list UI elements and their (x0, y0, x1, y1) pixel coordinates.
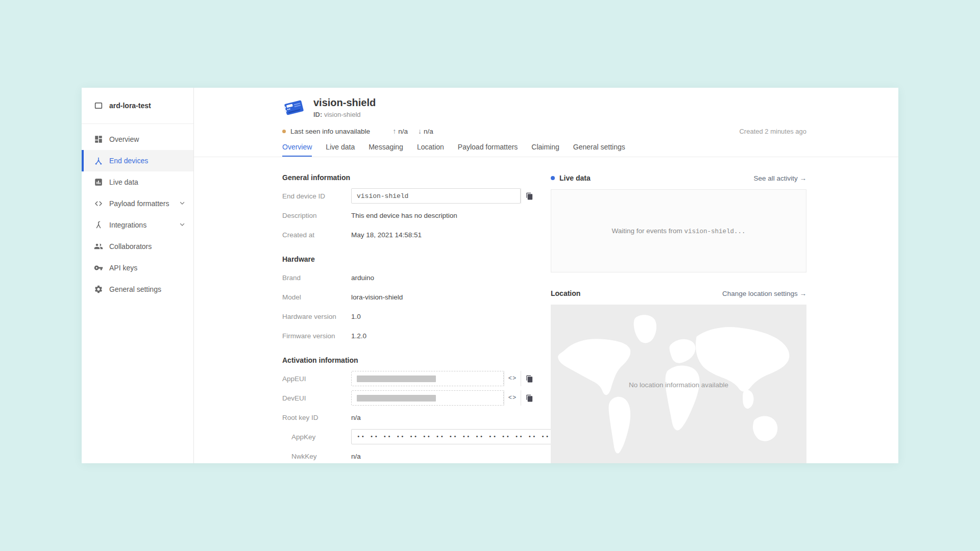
location-header: Location Change location settings → (551, 289, 806, 298)
copy-button[interactable] (521, 390, 537, 406)
sidebar-item-label: Live data (109, 178, 138, 186)
brand-value: arduino (351, 274, 374, 282)
byte-format-toggle-button[interactable]: <> (504, 390, 521, 406)
waiting-device-name: vision-shield... (684, 228, 746, 235)
hidden-value-block (357, 375, 436, 382)
device-status-row: Last seen info unavailable ↑n/a ↓n/a Cre… (282, 127, 806, 135)
sidebar-item-label: API keys (109, 264, 137, 272)
field-label: Created at (282, 231, 351, 239)
sidebar-item-label: Collaborators (109, 242, 152, 251)
device-info-column: General information End device ID Descri… (282, 173, 537, 463)
general-information-title: General information (282, 173, 537, 182)
end-devices-icon (94, 156, 103, 165)
dev-eui-hidden-field[interactable] (351, 390, 504, 406)
tab-general-settings[interactable]: General settings (573, 143, 625, 157)
copy-button[interactable] (521, 188, 537, 204)
nwk-key-value: n/a (351, 453, 361, 460)
downlink-counter: ↓n/a (418, 127, 433, 135)
sidebar-item-api-keys[interactable]: API keys (82, 257, 193, 279)
sidebar-item-general-settings[interactable]: General settings (82, 279, 193, 300)
sidebar-item-collaborators[interactable]: Collaborators (82, 236, 193, 257)
code-icon (94, 199, 103, 208)
hardware-title: Hardware (282, 255, 537, 263)
firmware-version-value: 1.2.0 (351, 332, 366, 340)
device-board-icon (282, 97, 306, 117)
dashboard-icon (94, 135, 103, 144)
sidebar-item-live-data[interactable]: Live data (82, 171, 193, 193)
waiting-for-events-text: Waiting for events from vision-shield... (611, 227, 745, 235)
device-id-line: ID: vision-shield (313, 111, 376, 118)
created-ago-text: Created 2 minutes ago (739, 128, 806, 135)
hidden-value-block (357, 395, 436, 402)
see-all-activity-link[interactable]: See all activity → (753, 174, 806, 182)
sidebar-item-label: General settings (109, 285, 161, 293)
chevron-down-icon (179, 221, 185, 229)
activation-information-title: Activation information (282, 356, 537, 364)
sidebar-app-name[interactable]: ard-lora-test (82, 88, 193, 124)
sidebar-item-label: Payload formatters (109, 199, 169, 208)
byte-format-toggle-button[interactable]: <> (504, 371, 521, 386)
location-map[interactable]: No location information available (551, 305, 806, 463)
field-label: Firmware version (282, 332, 351, 340)
end-device-id-row: End device ID (282, 188, 537, 204)
model-value: lora-vision-shield (351, 293, 403, 301)
brand-row: Brand arduino (282, 270, 537, 285)
sidebar-item-label: End devices (109, 157, 148, 165)
sidebar-item-payload-formatters[interactable]: Payload formatters (82, 193, 193, 214)
app-key-row: AppKey •• •• •• •• •• •• •• •• •• •• •• … (282, 429, 537, 444)
tab-claiming[interactable]: Claiming (531, 143, 559, 157)
field-label: Root key ID (282, 414, 351, 421)
root-key-id-row: Root key ID n/a (282, 410, 537, 425)
sidebar-nav: Overview End devices Live data (82, 124, 193, 300)
field-label: Model (282, 293, 351, 301)
status-dot (282, 130, 286, 133)
tab-bar: Overview Live data Messaging Location Pa… (194, 143, 898, 157)
created-at-value: May 18, 2021 14:58:51 (351, 231, 422, 239)
sidebar-item-label: Integrations (109, 221, 146, 229)
page-title: vision-shield (313, 97, 376, 109)
tab-location[interactable]: Location (417, 143, 444, 157)
change-location-settings-link[interactable]: Change location settings → (722, 290, 806, 297)
field-label: AppKey (282, 433, 351, 441)
tab-payload-formatters[interactable]: Payload formatters (458, 143, 518, 157)
gear-icon (94, 285, 103, 294)
chevron-down-icon (179, 199, 185, 208)
no-location-text: No location information available (551, 381, 806, 389)
uplink-downlink-counters: ↑n/a ↓n/a (393, 127, 433, 135)
bar-chart-icon (94, 178, 103, 187)
field-label: End device ID (282, 192, 351, 200)
sidebar: ard-lora-test Overview End devices (82, 88, 194, 463)
tab-live-data[interactable]: Live data (326, 143, 355, 157)
tab-messaging[interactable]: Messaging (369, 143, 403, 157)
app-name-label: ard-lora-test (109, 102, 151, 110)
field-label: DevEUI (282, 394, 351, 402)
uplink-counter: ↑n/a (393, 127, 408, 135)
live-data-title: Live data (559, 174, 591, 182)
field-label: NwkKey (282, 453, 351, 460)
sidebar-item-integrations[interactable]: Integrations (82, 214, 193, 236)
people-icon (94, 242, 103, 251)
app-eui-row: AppEUI <> (282, 371, 537, 386)
key-icon (94, 263, 103, 272)
app-key-masked-field[interactable]: •• •• •• •• •• •• •• •• •• •• •• •• •• •… (351, 429, 569, 444)
sidebar-item-overview[interactable]: Overview (82, 129, 193, 150)
tab-overview[interactable]: Overview (282, 143, 312, 157)
copy-icon (526, 375, 533, 383)
end-device-id-input[interactable] (351, 188, 521, 204)
uplink-arrow-icon: ↑ (393, 127, 396, 135)
live-indicator-dot (551, 176, 555, 180)
device-id-value: vision-shield (324, 111, 361, 118)
copy-button[interactable] (521, 371, 537, 386)
copy-icon (526, 394, 533, 402)
activity-column: Live data See all activity → Waiting for… (551, 173, 806, 463)
app-eui-hidden-field[interactable] (351, 371, 504, 386)
description-row: Description This end device has no descr… (282, 208, 537, 223)
device-id-label: ID: (313, 111, 322, 118)
hardware-version-value: 1.0 (351, 313, 361, 320)
sidebar-item-end-devices[interactable]: End devices (82, 150, 193, 171)
live-data-panel: Waiting for events from vision-shield... (551, 189, 806, 272)
device-header: vision-shield ID: vision-shield (282, 88, 806, 118)
root-key-id-value: n/a (351, 414, 361, 421)
description-value: This end device has no description (351, 212, 457, 219)
console-window: ard-lora-test Overview End devices (82, 88, 898, 463)
